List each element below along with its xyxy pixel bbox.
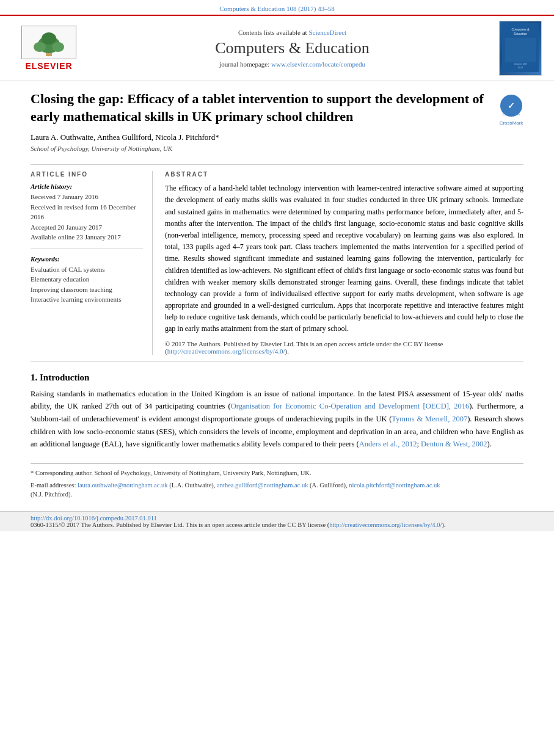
sciencedirect-link[interactable]: ScienceDirect [308, 29, 346, 36]
abstract-col: ABSTRACT The efficacy of a hand-held tab… [165, 171, 523, 354]
abstract-text: The efficacy of a hand-held tablet techn… [165, 183, 523, 335]
elsevier-tree-icon [24, 27, 73, 58]
svg-text:Computers &: Computers & [511, 27, 530, 31]
email-gulliford[interactable]: anthea.gulliford@nottingham.ac.uk [217, 482, 308, 489]
keyword-2: Elementary education [31, 274, 143, 285]
copyright-line: © 2017 The Authors. Published by Elsevie… [165, 340, 523, 355]
svg-rect-8 [505, 38, 536, 62]
tymms-link[interactable]: Tymms & Merrell, 2007 [392, 415, 467, 423]
cover-svg: Computers & Education Volume 108 2017 [502, 23, 539, 72]
title-crossmark-row: Closing the gap: Efficacy of a tablet in… [31, 90, 523, 158]
elsevier-logo: ELSEVIER [12, 26, 86, 71]
journal-cover-image: Computers & Education Volume 108 2017 [499, 21, 542, 76]
keyword-4: Interactive learning environments [31, 294, 143, 305]
two-column-layout: ARTICLE INFO Article history: Received 7… [31, 171, 523, 354]
history-received: Received 7 January 2016 [31, 192, 143, 202]
keyword-1: Evaluation of CAL systems [31, 264, 143, 275]
nj-pitchford-label: (N.J. Pitchford). [31, 491, 72, 498]
article-title: Closing the gap: Efficacy of a tablet in… [31, 90, 493, 125]
history-accepted: Accepted 20 January 2017 [31, 222, 143, 233]
email-pitchford[interactable]: nicola.pitchford@nottingham.ac.uk [349, 482, 440, 489]
svg-point-4 [42, 32, 56, 45]
denton-link[interactable]: Denton & West, 2002 [421, 440, 487, 448]
article-info-col: ARTICLE INFO Article history: Received 7… [31, 171, 153, 354]
authors: Laura A. Outhwaite, Anthea Gulliford, Ni… [31, 133, 493, 142]
email-addresses-line: E-mail addresses: laura.outhwaite@nottin… [31, 481, 523, 500]
footnotes: * Corresponding author. School of Psycho… [31, 463, 523, 500]
logo-area: ELSEVIER [12, 26, 86, 71]
svg-text:CrossMark: CrossMark [502, 112, 520, 116]
svg-text:2017: 2017 [518, 66, 524, 69]
journal-title: Computers & Education [92, 39, 493, 57]
citation-text: Computers & Education 108 (2017) 43–58 [219, 5, 335, 12]
crossmark-label: CrossMark [499, 120, 523, 126]
keyword-3: Improving classroom teaching [31, 285, 143, 295]
svg-text:Volume 108: Volume 108 [514, 62, 527, 65]
divider-2 [31, 361, 523, 362]
email-outhwaite[interactable]: laura.outhwaite@nottingham.ac.uk [78, 482, 168, 489]
affiliation: School of Psychology, University of Nott… [31, 145, 493, 152]
citation-bar: Computers & Education 108 (2017) 43–58 [0, 0, 554, 15]
main-content: Closing the gap: Efficacy of a tablet in… [0, 81, 554, 511]
history-heading: Article history: [31, 183, 143, 190]
intro-paragraph: Raising standards in mathematics educati… [31, 388, 523, 451]
svg-text:✓: ✓ [508, 101, 515, 111]
divider-1 [31, 164, 523, 165]
cover-title-text: Computers & Education Volume 108 2017 [502, 23, 539, 73]
crossmark-logo[interactable]: ✓ CrossMark CrossMark [499, 93, 523, 118]
elsevier-wordmark: ELSEVIER [25, 61, 72, 71]
intro-num: 1. [31, 373, 37, 382]
doi-link[interactable]: http://dx.doi.org/10.1016/j.compedu.2017… [31, 515, 157, 522]
divider-info [31, 249, 143, 249]
abstract-body: The efficacy of a hand-held tablet techn… [165, 184, 523, 333]
svg-point-2 [34, 42, 46, 52]
article-info-heading: ARTICLE INFO [31, 171, 143, 178]
history-section: Article history: Received 7 January 2016… [31, 183, 143, 242]
journal-center: Contents lists available at ScienceDirec… [92, 29, 493, 68]
title-block: Closing the gap: Efficacy of a tablet in… [31, 90, 493, 158]
abstract-heading: ABSTRACT [165, 171, 523, 178]
svg-point-3 [52, 42, 64, 52]
homepage-link[interactable]: www.elsevier.com/locate/compedu [271, 60, 365, 68]
doi-bar: http://dx.doi.org/10.1016/j.compedu.2017… [0, 511, 554, 531]
oecd-link[interactable]: Organisation for Economic Co-Operation a… [231, 402, 469, 410]
cc-license-link[interactable]: http://creativecommons.org/licenses/by/4… [167, 347, 285, 355]
journal-header: ELSEVIER Contents lists available at Sci… [0, 15, 554, 81]
anders-link[interactable]: Anders et al., 2012 [359, 440, 417, 448]
svg-text:Education: Education [514, 32, 527, 35]
keywords-heading: Keywords: [31, 255, 143, 263]
sciencedirect-line: Contents lists available at ScienceDirec… [92, 29, 493, 36]
homepage-line: journal homepage: www.elsevier.com/locat… [92, 60, 493, 68]
license-link-footer[interactable]: http://creativecommons.org/licenses/by/4… [329, 522, 442, 528]
history-revised: Received in revised form 16 December 201… [31, 202, 143, 222]
intro-title: Introduction [40, 373, 89, 382]
crossmark-icon: ✓ CrossMark [499, 93, 523, 118]
elsevier-logo-image [21, 26, 76, 59]
history-online: Available online 23 January 2017 [31, 232, 143, 242]
intro-heading: 1. Introduction [31, 373, 523, 383]
corresponding-note: * Corresponding author. School of Psycho… [31, 468, 523, 478]
keywords-section: Keywords: Evaluation of CAL systems Elem… [31, 255, 143, 305]
